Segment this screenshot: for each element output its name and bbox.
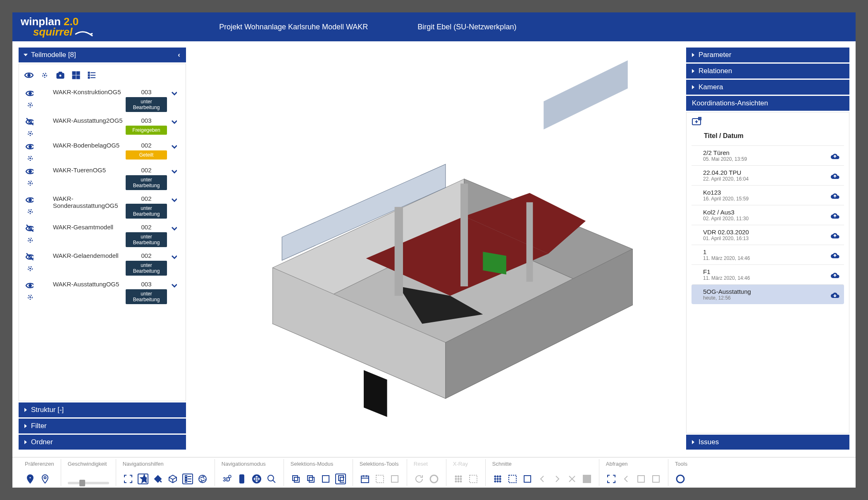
collapse-left-icon[interactable]: ‹ xyxy=(178,51,180,59)
list-view-icon[interactable] xyxy=(87,70,97,80)
view-title: VDR 02.03.2020 xyxy=(703,229,830,236)
sel-multi-icon[interactable] xyxy=(335,474,346,484)
mode-tablet-icon[interactable] xyxy=(236,474,247,484)
sel-copy-icon[interactable] xyxy=(291,474,301,484)
mode-3d-icon[interactable] xyxy=(222,474,232,484)
panel-issues-header[interactable]: Issues xyxy=(686,435,849,450)
cut-next-icon[interactable] xyxy=(552,474,563,484)
cut-grid-icon[interactable] xyxy=(582,474,592,484)
cut-sq-icon[interactable] xyxy=(522,474,533,484)
panel-relationen-header[interactable]: Relationen xyxy=(686,64,849,79)
viewport-3d[interactable] xyxy=(190,48,682,451)
tools-circle-icon[interactable] xyxy=(675,474,686,484)
query-expand-icon[interactable] xyxy=(606,474,617,484)
seltool-cal-icon[interactable] xyxy=(360,474,370,484)
view-row[interactable]: 2/2 Türen05. Mai 2020, 13:59 xyxy=(692,145,844,165)
view-row[interactable]: 5OG-Ausstattungheute, 12:56 xyxy=(692,284,844,304)
view-row[interactable]: Kol2 / Aus302. April 2020, 11:30 xyxy=(692,205,844,225)
isolate-icon[interactable] xyxy=(25,264,33,272)
expand-model-icon[interactable] xyxy=(169,224,182,232)
aperture-icon[interactable] xyxy=(197,474,208,484)
svg-rect-65 xyxy=(364,370,387,417)
expand-model-icon[interactable] xyxy=(169,142,182,150)
mode-pan-icon[interactable] xyxy=(251,474,262,484)
add-view-button[interactable] xyxy=(692,117,844,128)
cut-x-icon[interactable] xyxy=(567,474,577,484)
panel-koordination-header[interactable]: Koordinations-Ansichten xyxy=(686,96,849,111)
sel-single-icon[interactable] xyxy=(320,474,331,484)
squirrel-tail-icon xyxy=(74,31,95,39)
cut-dash-icon[interactable] xyxy=(507,474,518,484)
grid-view-icon[interactable] xyxy=(71,70,81,80)
isolate-icon[interactable] xyxy=(25,178,33,186)
seltool-dash-icon[interactable] xyxy=(374,474,385,484)
tb-label-xray: X-Ray xyxy=(453,461,479,469)
xray-dash-icon[interactable] xyxy=(468,474,479,484)
reset-circle-icon[interactable] xyxy=(429,474,439,484)
visibility-toggle-icon[interactable] xyxy=(25,117,33,125)
panel-struktur-header[interactable]: Struktur [-] xyxy=(19,402,186,417)
cloud-upload-icon[interactable] xyxy=(830,271,841,279)
isolate-icon[interactable] xyxy=(25,100,33,108)
show-all-icon[interactable] xyxy=(24,70,34,80)
view-row[interactable]: F111. März 2020, 14:46 xyxy=(692,264,844,284)
cloud-upload-icon[interactable] xyxy=(830,290,841,299)
snapshot-icon[interactable] xyxy=(55,70,65,80)
cloud-upload-icon[interactable] xyxy=(830,231,841,239)
cloud-upload-icon[interactable] xyxy=(830,251,841,259)
visibility-toggle-icon[interactable] xyxy=(25,195,33,203)
reset-refresh-icon[interactable] xyxy=(414,474,424,484)
mode-zoom-icon[interactable] xyxy=(266,474,277,484)
tb-label-selmodus: Selektions-Modus xyxy=(291,461,346,469)
visibility-toggle-icon[interactable] xyxy=(25,88,33,97)
panel-kamera-header[interactable]: Kamera xyxy=(686,80,849,95)
panel-teilmodelle-header[interactable]: Teilmodelle [8] ‹ xyxy=(19,48,186,62)
isolate-icon[interactable] xyxy=(25,129,33,137)
panel-parameter-header[interactable]: Parameter xyxy=(686,48,849,62)
cloud-upload-icon[interactable] xyxy=(830,211,841,219)
cloud-upload-icon[interactable] xyxy=(830,191,841,200)
visibility-toggle-icon[interactable] xyxy=(25,224,33,232)
cut-dots-icon[interactable] xyxy=(492,474,503,484)
visibility-toggle-icon[interactable] xyxy=(25,167,33,175)
isolate-icon[interactable] xyxy=(25,153,33,162)
isolate-icon[interactable] xyxy=(25,207,33,215)
xray-dots-icon[interactable] xyxy=(453,474,464,484)
star-icon[interactable] xyxy=(138,474,148,484)
expand-model-icon[interactable] xyxy=(169,117,182,126)
expand-model-icon[interactable] xyxy=(169,88,182,97)
list-boxed-icon[interactable] xyxy=(182,474,193,484)
speed-slider[interactable] xyxy=(68,482,109,484)
view-row[interactable]: 22.04.20 TPU22. April 2020, 16:04 xyxy=(692,165,844,185)
panel-filter-header[interactable]: Filter xyxy=(19,419,186,433)
visibility-toggle-icon[interactable] xyxy=(25,252,33,260)
pin-solid-icon[interactable] xyxy=(25,474,36,484)
cloud-upload-icon[interactable] xyxy=(830,152,841,160)
seltool-sq-icon[interactable] xyxy=(389,474,400,484)
query-prev-icon[interactable] xyxy=(621,474,632,484)
bucket-icon[interactable] xyxy=(153,474,163,484)
view-row[interactable]: 111. März 2020, 14:46 xyxy=(692,245,844,264)
panel-ordner-header[interactable]: Ordner xyxy=(19,435,186,450)
query-sq-icon[interactable] xyxy=(636,474,646,484)
expand-model-icon[interactable] xyxy=(169,281,182,289)
view-row[interactable]: Ko12316. April 2020, 15:59 xyxy=(692,185,844,205)
logo-text-2: squirrel xyxy=(33,26,72,38)
pin-outline-icon[interactable] xyxy=(40,474,50,484)
visibility-toggle-icon[interactable] xyxy=(25,142,33,150)
expand-model-icon[interactable] xyxy=(169,252,182,261)
expand-icon[interactable] xyxy=(123,474,134,484)
cut-prev-icon[interactable] xyxy=(537,474,548,484)
query-sq2-icon[interactable] xyxy=(651,474,661,484)
isolate-icon[interactable] xyxy=(25,235,33,243)
cloud-upload-icon[interactable] xyxy=(830,171,841,180)
expand-model-icon[interactable] xyxy=(169,195,182,204)
isolate-icon[interactable] xyxy=(25,292,33,300)
box3d-icon[interactable] xyxy=(167,474,178,484)
panel-ordner-label: Ordner xyxy=(31,438,53,446)
expand-model-icon[interactable] xyxy=(169,167,182,175)
view-row[interactable]: VDR 02.03.202001. April 2020, 16:13 xyxy=(692,225,844,245)
sel-copy2-icon[interactable] xyxy=(305,474,316,484)
visibility-toggle-icon[interactable] xyxy=(25,281,33,289)
target-all-icon[interactable] xyxy=(40,70,50,80)
